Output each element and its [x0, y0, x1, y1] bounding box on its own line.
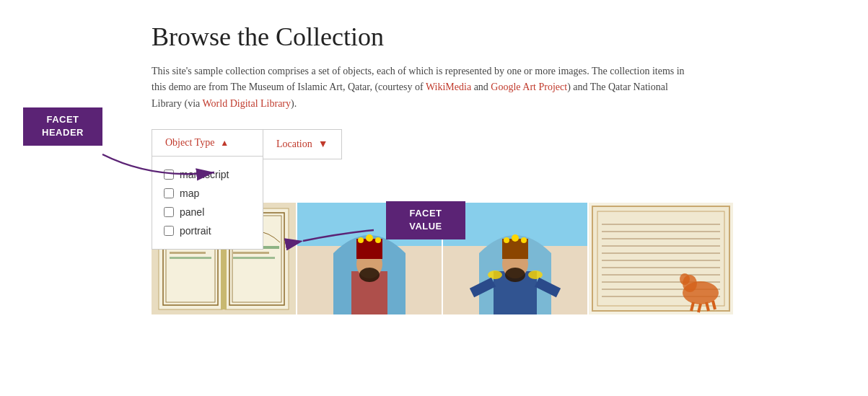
map-checkbox[interactable] — [164, 188, 174, 198]
svg-point-35 — [505, 268, 525, 282]
manuscript-image — [589, 203, 733, 314]
facets-container: Object Type ▲ manuscript map panel — [152, 129, 868, 159]
facet-item-portrait[interactable]: portrait — [164, 221, 251, 240]
svg-point-21 — [358, 237, 364, 243]
object-type-chevron: ▲ — [220, 138, 229, 149]
location-button[interactable]: Location ▼ — [263, 129, 342, 159]
svg-rect-12 — [170, 257, 211, 259]
object-type-dropdown: manuscript map panel portrait — [152, 157, 263, 250]
facet-item-panel[interactable]: panel — [164, 203, 251, 221]
svg-point-32 — [504, 237, 509, 243]
wikimedia-link[interactable]: WikiMedia — [426, 82, 471, 92]
object-type-label: Object Type — [165, 137, 214, 149]
location-chevron: ▼ — [318, 138, 328, 150]
object-type-facet: Object Type ▲ manuscript map panel — [152, 129, 263, 157]
object-type-button[interactable]: Object Type ▲ — [152, 129, 263, 157]
panel-checkbox[interactable] — [164, 207, 174, 217]
page-description: This site's sample collection comprises … — [152, 63, 700, 112]
portrait-checkbox[interactable] — [164, 226, 174, 236]
page-title: Browse the Collection — [152, 22, 868, 52]
svg-point-29 — [528, 270, 543, 279]
svg-rect-11 — [170, 252, 206, 254]
svg-rect-14 — [233, 252, 269, 254]
svg-point-22 — [366, 234, 373, 242]
svg-point-24 — [359, 268, 380, 282]
google-art-link[interactable]: Google Art Project — [491, 82, 567, 92]
world-digital-link[interactable]: World Digital Library — [203, 98, 291, 109]
facet-value-annotation: FACET VALUE — [386, 201, 465, 239]
svg-point-28 — [488, 270, 502, 279]
location-label: Location — [276, 138, 312, 150]
svg-point-54 — [680, 273, 690, 285]
manuscript-checkbox[interactable] — [164, 170, 174, 180]
facet-header-annotation: FACET HEADER — [23, 107, 102, 145]
gallery-item-manuscript[interactable] — [589, 203, 733, 314]
svg-point-33 — [512, 234, 519, 242]
svg-rect-15 — [233, 257, 275, 259]
svg-point-34 — [521, 237, 527, 243]
svg-point-23 — [375, 237, 381, 243]
facet-item-map[interactable]: map — [164, 184, 251, 203]
facet-item-manuscript[interactable]: manuscript — [164, 165, 251, 184]
